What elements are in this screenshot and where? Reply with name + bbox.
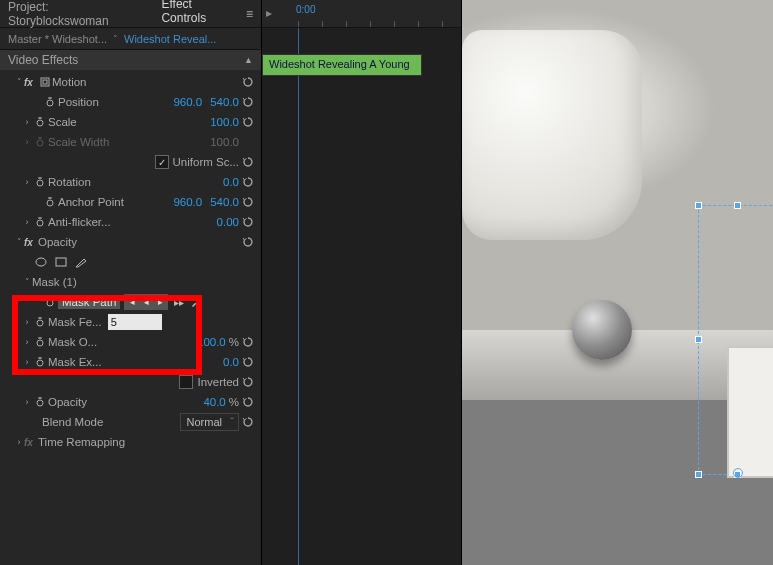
disclosure-icon[interactable]: ˅ [14, 77, 24, 87]
stopwatch-icon[interactable] [32, 317, 48, 327]
tab-effect-controls[interactable]: Effect Controls [161, 0, 236, 30]
anchor-x-value[interactable]: 960.0 [173, 196, 202, 208]
mask-handle[interactable] [695, 471, 702, 478]
reset-icon[interactable] [239, 216, 257, 228]
mask-anchor-point[interactable] [733, 468, 743, 478]
reset-icon[interactable] [239, 176, 257, 188]
reset-icon[interactable] [239, 236, 257, 248]
panel-header: Project: Storyblockswoman Effect Control… [0, 0, 261, 28]
svg-point-4 [37, 140, 43, 146]
chevron-down-icon: ˅ [113, 34, 118, 44]
disclosure-icon[interactable]: › [22, 337, 32, 347]
scale-value[interactable]: 100.0 [210, 116, 239, 128]
reset-icon[interactable] [239, 336, 257, 348]
mask-expansion-value[interactable]: 0.0 [223, 356, 239, 368]
blend-mode-dropdown[interactable]: Normal [180, 413, 239, 431]
mask-feather-row: › Mask Fe... [4, 312, 261, 332]
disclosure-icon[interactable]: › [22, 217, 32, 227]
panel-menu-icon[interactable]: ≡ [246, 7, 253, 21]
stopwatch-icon[interactable] [32, 337, 48, 347]
fx-badge-icon[interactable]: fx [24, 77, 38, 88]
wrench-icon[interactable] [190, 296, 202, 308]
reset-icon[interactable] [239, 196, 257, 208]
svg-point-14 [37, 400, 43, 406]
stopwatch-icon[interactable] [32, 397, 48, 407]
collapse-icon[interactable]: ▲ [244, 55, 253, 65]
mask-handle[interactable] [734, 202, 741, 209]
position-x-value[interactable]: 960.0 [173, 96, 202, 108]
disclosure-icon[interactable]: › [22, 177, 32, 187]
scale-width-row: › Scale Width 100.0 [4, 132, 261, 152]
reset-icon[interactable] [239, 416, 257, 428]
prev-keyframe-icon[interactable]: ◂ [125, 295, 139, 309]
ellipse-mask-icon[interactable] [34, 255, 48, 269]
stopwatch-icon[interactable] [42, 297, 58, 307]
anchor-y-value[interactable]: 540.0 [210, 196, 239, 208]
rotation-value[interactable]: 0.0 [223, 176, 239, 188]
position-row: Position 960.0 540.0 [4, 92, 261, 112]
mask-handle[interactable] [695, 336, 702, 343]
stopwatch-icon[interactable] [32, 357, 48, 367]
next-keyframe-icon[interactable]: ▸▸ [174, 297, 184, 308]
opacity-effect-row[interactable]: ˅ fx Opacity [4, 232, 261, 252]
disclosure-icon[interactable]: › [14, 437, 24, 447]
instance-clip-dropdown[interactable]: Wideshot Reveal... [124, 33, 216, 45]
time-remapping-row[interactable]: › fx Time Remapping [4, 432, 261, 452]
reset-icon[interactable] [239, 396, 257, 408]
playhead-time[interactable]: 0:00 [296, 4, 315, 15]
opacity-value-label: Opacity [48, 396, 87, 408]
mask-selection-rect[interactable] [698, 205, 773, 475]
disclosure-icon[interactable]: › [22, 117, 32, 127]
play-icon[interactable]: ▸ [153, 295, 167, 309]
stopwatch-icon[interactable] [32, 117, 48, 127]
scale-width-value: 100.0 [210, 136, 239, 148]
fx-badge-icon[interactable]: fx [24, 437, 38, 448]
disclosure-icon[interactable]: › [22, 317, 32, 327]
disclosure-icon[interactable]: › [22, 357, 32, 367]
disclosure-icon[interactable]: ˅ [22, 277, 32, 287]
stopwatch-icon[interactable] [32, 177, 48, 187]
reverse-play-icon[interactable]: ◂ [139, 295, 153, 309]
stopwatch-icon[interactable] [42, 97, 58, 107]
pen-mask-icon[interactable] [74, 255, 88, 269]
keyframe-nav[interactable]: ◂ ◂ ▸ [124, 294, 168, 310]
reset-icon[interactable] [239, 156, 257, 168]
reset-icon[interactable] [239, 376, 257, 388]
playhead-line[interactable] [298, 28, 299, 565]
timeline-clip[interactable]: Wideshot Revealing A Young [262, 54, 422, 76]
disclosure-icon[interactable]: ˅ [14, 237, 24, 247]
reset-icon[interactable] [239, 116, 257, 128]
mask-handle[interactable] [695, 202, 702, 209]
program-monitor[interactable] [462, 0, 773, 565]
transform-icon [38, 77, 52, 87]
master-clip-dropdown[interactable]: Master * Wideshot... [8, 33, 107, 45]
opacity-value[interactable]: 40.0 [203, 396, 225, 408]
disclosure-icon[interactable]: › [22, 397, 32, 407]
uniform-scale-checkbox[interactable] [155, 155, 169, 169]
antiflicker-value[interactable]: 0.00 [217, 216, 239, 228]
stopwatch-icon[interactable] [42, 197, 58, 207]
svg-point-10 [47, 300, 53, 306]
inverted-checkbox[interactable] [179, 375, 193, 389]
reset-icon[interactable] [239, 76, 257, 88]
mask-opacity-value[interactable]: 100.0 [197, 336, 226, 348]
reset-icon[interactable] [239, 356, 257, 368]
rectangle-mask-icon[interactable] [54, 255, 68, 269]
effect-timeline[interactable]: ▸ 0:00 Wideshot Revealing A Young [262, 0, 462, 565]
mask-feather-input[interactable] [108, 314, 162, 330]
scale-width-label: Scale Width [48, 136, 109, 148]
fx-badge-icon[interactable]: fx [24, 237, 38, 248]
time-ruler[interactable]: ▸ 0:00 [262, 0, 461, 28]
mask-path-label[interactable]: Mask Path [58, 295, 120, 309]
motion-effect-row[interactable]: ˅ fx Motion [4, 72, 261, 92]
video-effects-header[interactable]: Video Effects ▲ [0, 50, 261, 70]
mask-opacity-label: Mask O... [48, 336, 97, 348]
mask-row[interactable]: ˅ Mask (1) [4, 272, 261, 292]
mask-feather-label: Mask Fe... [48, 316, 102, 328]
stopwatch-icon[interactable] [32, 217, 48, 227]
opacity-label: Opacity [38, 236, 77, 248]
reset-icon[interactable] [239, 96, 257, 108]
svg-rect-1 [43, 80, 47, 84]
position-y-value[interactable]: 540.0 [210, 96, 239, 108]
anchor-point-label: Anchor Point [58, 196, 124, 208]
